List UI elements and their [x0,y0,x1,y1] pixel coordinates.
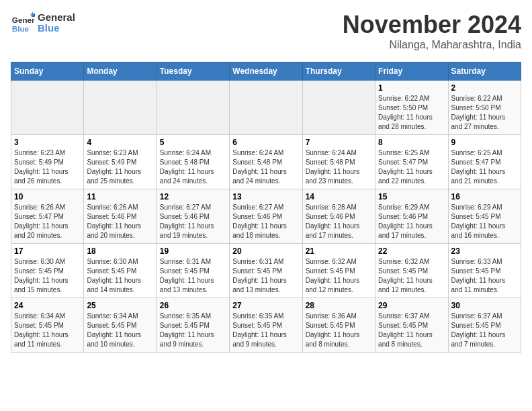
day-number: 30 [451,301,518,310]
weekday-header-thursday: Thursday [302,62,375,81]
title-block: November 2024 Nilanga, Maharashtra, Indi… [343,11,521,51]
calendar-week-3: 10Sunrise: 6:26 AMSunset: 5:47 PMDayligh… [11,189,521,244]
day-info: Sunrise: 6:31 AMSunset: 5:45 PMDaylight:… [160,257,226,295]
weekday-header-friday: Friday [375,62,448,81]
day-info: Sunrise: 6:36 AMSunset: 5:45 PMDaylight:… [306,312,372,349]
day-number: 12 [160,192,226,201]
calendar-cell [302,81,375,135]
weekday-header-wednesday: Wednesday [230,62,302,81]
calendar-cell: 29Sunrise: 6:37 AMSunset: 5:45 PMDayligh… [375,298,448,353]
day-number: 18 [87,246,153,256]
day-info: Sunrise: 6:35 AMSunset: 5:45 PMDaylight:… [160,312,226,349]
calendar-cell: 3Sunrise: 6:23 AMSunset: 5:49 PMDaylight… [11,135,84,189]
calendar-cell: 12Sunrise: 6:27 AMSunset: 5:46 PMDayligh… [157,189,229,244]
calendar-cell: 8Sunrise: 6:25 AMSunset: 5:47 PMDaylight… [375,135,448,189]
calendar-cell [157,81,229,135]
calendar-cell: 19Sunrise: 6:31 AMSunset: 5:45 PMDayligh… [157,244,229,298]
calendar-cell [84,81,157,135]
logo-icon: General Blue [11,11,35,35]
day-number: 4 [87,138,153,147]
calendar-cell: 25Sunrise: 6:34 AMSunset: 5:45 PMDayligh… [84,298,157,353]
day-info: Sunrise: 6:30 AMSunset: 5:45 PMDaylight:… [87,257,153,295]
calendar-cell: 16Sunrise: 6:29 AMSunset: 5:45 PMDayligh… [448,189,521,244]
calendar-cell: 15Sunrise: 6:29 AMSunset: 5:46 PMDayligh… [375,189,448,244]
calendar-cell: 17Sunrise: 6:30 AMSunset: 5:45 PMDayligh… [11,244,84,298]
calendar-cell: 14Sunrise: 6:28 AMSunset: 5:46 PMDayligh… [302,189,375,244]
weekday-header-sunday: Sunday [11,62,84,81]
calendar-cell: 23Sunrise: 6:33 AMSunset: 5:45 PMDayligh… [448,244,521,298]
day-number: 9 [451,138,518,147]
day-number: 21 [306,246,372,256]
day-number: 14 [306,192,372,201]
weekday-header-row: SundayMondayTuesdayWednesdayThursdayFrid… [11,62,521,81]
day-info: Sunrise: 6:24 AMSunset: 5:48 PMDaylight:… [160,148,226,186]
day-number: 24 [14,301,81,310]
logo: General Blue General Blue [11,11,75,35]
day-info: Sunrise: 6:24 AMSunset: 5:48 PMDaylight:… [232,148,299,186]
day-number: 25 [87,301,153,310]
calendar-cell: 18Sunrise: 6:30 AMSunset: 5:45 PMDayligh… [84,244,157,298]
day-info: Sunrise: 6:25 AMSunset: 5:47 PMDaylight:… [451,148,518,186]
calendar-cell: 28Sunrise: 6:36 AMSunset: 5:45 PMDayligh… [302,298,375,353]
calendar-cell: 26Sunrise: 6:35 AMSunset: 5:45 PMDayligh… [157,298,229,353]
calendar-week-1: 1Sunrise: 6:22 AMSunset: 5:50 PMDaylight… [11,81,521,135]
day-number: 5 [160,138,226,147]
calendar-cell: 7Sunrise: 6:24 AMSunset: 5:48 PMDaylight… [302,135,375,189]
calendar-cell: 24Sunrise: 6:34 AMSunset: 5:45 PMDayligh… [11,298,84,353]
calendar-cell: 4Sunrise: 6:23 AMSunset: 5:49 PMDaylight… [84,135,157,189]
day-number: 28 [306,301,372,310]
day-info: Sunrise: 6:32 AMSunset: 5:45 PMDaylight:… [306,257,372,295]
day-number: 11 [87,192,153,201]
day-number: 26 [160,301,226,310]
day-info: Sunrise: 6:29 AMSunset: 5:46 PMDaylight:… [378,203,445,240]
calendar-week-5: 24Sunrise: 6:34 AMSunset: 5:45 PMDayligh… [11,298,521,353]
calendar-cell: 11Sunrise: 6:26 AMSunset: 5:46 PMDayligh… [84,189,157,244]
weekday-header-saturday: Saturday [448,62,521,81]
day-info: Sunrise: 6:27 AMSunset: 5:46 PMDaylight:… [160,203,226,240]
day-number: 8 [378,138,445,147]
calendar-cell: 27Sunrise: 6:35 AMSunset: 5:45 PMDayligh… [230,298,302,353]
day-number: 17 [14,246,81,256]
day-info: Sunrise: 6:22 AMSunset: 5:50 PMDaylight:… [378,94,445,132]
calendar-week-2: 3Sunrise: 6:23 AMSunset: 5:49 PMDaylight… [11,135,521,189]
day-info: Sunrise: 6:29 AMSunset: 5:45 PMDaylight:… [451,203,518,240]
calendar-cell: 1Sunrise: 6:22 AMSunset: 5:50 PMDaylight… [375,81,448,135]
day-number: 2 [451,83,518,93]
day-info: Sunrise: 6:24 AMSunset: 5:48 PMDaylight:… [306,148,372,186]
day-number: 1 [378,83,445,93]
day-number: 29 [378,301,445,310]
calendar-body: 1Sunrise: 6:22 AMSunset: 5:50 PMDaylight… [11,81,521,353]
calendar-cell: 9Sunrise: 6:25 AMSunset: 5:47 PMDaylight… [448,135,521,189]
day-number: 3 [14,138,81,147]
day-info: Sunrise: 6:30 AMSunset: 5:45 PMDaylight:… [14,257,81,295]
calendar-cell: 20Sunrise: 6:31 AMSunset: 5:45 PMDayligh… [230,244,302,298]
day-number: 22 [378,246,445,256]
logo-line1: General [38,12,75,24]
day-number: 16 [451,192,518,201]
calendar-cell: 10Sunrise: 6:26 AMSunset: 5:47 PMDayligh… [11,189,84,244]
day-info: Sunrise: 6:34 AMSunset: 5:45 PMDaylight:… [87,312,153,349]
day-info: Sunrise: 6:23 AMSunset: 5:49 PMDaylight:… [14,148,81,186]
day-number: 13 [232,192,299,201]
day-info: Sunrise: 6:23 AMSunset: 5:49 PMDaylight:… [87,148,153,186]
calendar-cell: 2Sunrise: 6:22 AMSunset: 5:50 PMDaylight… [448,81,521,135]
calendar-cell: 30Sunrise: 6:37 AMSunset: 5:45 PMDayligh… [448,298,521,353]
month-title: November 2024 [343,11,521,39]
calendar-cell [11,81,84,135]
day-info: Sunrise: 6:27 AMSunset: 5:46 PMDaylight:… [232,203,299,240]
day-number: 7 [306,138,372,147]
day-number: 10 [14,192,81,201]
day-info: Sunrise: 6:35 AMSunset: 5:45 PMDaylight:… [232,312,299,349]
logo-line2: Blue [38,23,75,34]
day-number: 27 [232,301,299,310]
day-info: Sunrise: 6:22 AMSunset: 5:50 PMDaylight:… [451,94,518,132]
day-number: 23 [451,246,518,256]
day-info: Sunrise: 6:37 AMSunset: 5:45 PMDaylight:… [378,312,445,349]
weekday-header-monday: Monday [84,62,157,81]
day-info: Sunrise: 6:26 AMSunset: 5:47 PMDaylight:… [14,203,81,240]
day-info: Sunrise: 6:26 AMSunset: 5:46 PMDaylight:… [87,203,153,240]
day-info: Sunrise: 6:25 AMSunset: 5:47 PMDaylight:… [378,148,445,186]
svg-text:Blue: Blue [12,24,30,33]
day-number: 19 [160,246,226,256]
weekday-header-tuesday: Tuesday [157,62,229,81]
